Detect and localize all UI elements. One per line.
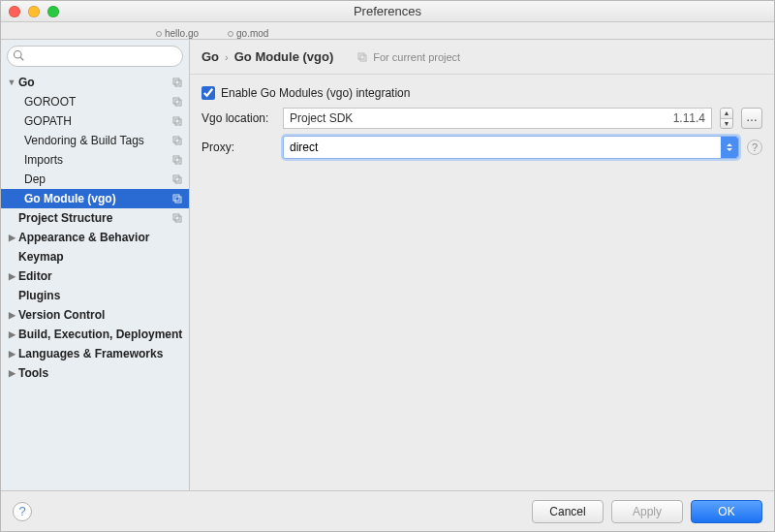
tree-node-label: Languages & Frameworks [18,347,183,360]
tree-node-imports[interactable]: Imports [1,150,189,170]
preferences-search-input[interactable] [7,46,183,67]
svg-rect-6 [173,117,179,123]
svg-point-0 [15,51,22,59]
svg-rect-9 [175,139,181,144]
chevron-up-icon: ▲ [721,109,732,119]
editor-tab-bar: hello.go go.mod [1,22,774,40]
proxy-combobox[interactable] [283,136,739,159]
tree-node-project-structure[interactable]: Project Structure [1,208,189,228]
ok-button[interactable]: OK [691,500,762,523]
tree-node-label: Project Structure [18,211,171,225]
tree-node-label: Keymap [18,250,183,264]
svg-rect-2 [173,78,179,84]
preferences-sidebar: ▼ Go GOROOT GOPATH Vendoring & Build Tag… [1,40,190,490]
tree-node-gopath[interactable]: GOPATH [1,111,189,131]
tree-node-vcs[interactable]: ▶Version Control [1,305,189,325]
tree-node-label: GOPATH [24,114,171,128]
caret-right-icon: ▶ [7,329,16,339]
svg-rect-15 [175,197,181,203]
current-project-icon [171,135,183,146]
tree-node-keymap[interactable]: Keymap [1,247,189,266]
breadcrumb-leaf: Go Module (vgo) [234,49,334,64]
tree-node-go[interactable]: ▼ Go [1,73,189,92]
current-project-icon [171,115,183,127]
tree-node-label: Vendoring & Build Tags [24,134,171,147]
breadcrumb-root[interactable]: Go [202,49,219,64]
proxy-input[interactable] [284,141,721,154]
current-project-icon [356,51,368,63]
svg-rect-19 [360,55,366,61]
scope-indicator: For current project [356,51,460,63]
tree-node-dep[interactable]: Dep [1,170,189,189]
current-project-icon [171,173,183,185]
tree-node-go-module-vgo[interactable]: Go Module (vgo) [1,189,189,208]
svg-rect-7 [175,119,181,125]
chevron-down-icon: ▼ [721,119,732,129]
tree-node-label: Go [18,76,171,89]
window-title: Preferences [1,4,774,18]
tree-node-plugins[interactable]: Plugins [1,286,189,305]
caret-right-icon: ▶ [7,271,16,281]
vgo-location-browse-button[interactable]: … [741,108,762,129]
svg-rect-14 [173,195,179,201]
caret-right-icon: ▶ [7,310,16,320]
tree-node-tools[interactable]: ▶Tools [1,363,189,383]
svg-rect-3 [175,80,181,86]
proxy-label: Proxy: [202,141,275,154]
vgo-location-value: Project SDK [290,111,353,125]
editor-tab[interactable]: go.mod [228,28,268,39]
vgo-location-stepper[interactable]: ▲▼ [720,108,733,129]
svg-line-1 [20,57,23,60]
tree-node-goroot[interactable]: GOROOT [1,92,189,111]
editor-tab-label: hello.go [165,28,199,39]
proxy-help-icon[interactable]: ? [747,140,762,155]
breadcrumb: Go › Go Module (vgo) For current project [190,40,774,75]
svg-rect-5 [175,100,181,106]
tree-node-label: GOROOT [24,95,171,109]
tree-node-label: Build, Execution, Deployment [18,328,183,341]
tree-node-label: Version Control [18,308,183,322]
help-button[interactable]: ? [13,502,32,521]
tree-node-appearance[interactable]: ▶Appearance & Behavior [1,228,189,247]
apply-button[interactable]: Apply [611,500,683,523]
chevron-down-icon [727,148,732,151]
vgo-location-field[interactable]: Project SDK 1.11.4 [283,108,712,129]
tree-node-languages[interactable]: ▶Languages & Frameworks [1,344,189,363]
chevron-up-icon [727,143,732,146]
tree-node-label: Imports [24,153,171,167]
tree-node-label: Tools [18,366,183,380]
enable-go-modules-checkbox[interactable] [202,86,215,100]
tree-node-editor[interactable]: ▶Editor [1,266,189,286]
svg-rect-10 [173,156,179,162]
go-file-icon [156,31,162,37]
current-project-icon [171,212,183,224]
cancel-button[interactable]: Cancel [532,500,604,523]
titlebar: Preferences [1,1,774,22]
tree-node-label: Plugins [18,289,183,302]
tree-node-label: Appearance & Behavior [18,231,183,244]
preferences-tree: ▼ Go GOROOT GOPATH Vendoring & Build Tag… [1,73,189,490]
caret-right-icon: ▶ [7,233,16,242]
current-project-icon [171,96,183,108]
dialog-footer: ? Cancel Apply OK [1,490,774,531]
svg-rect-18 [358,53,364,59]
current-project-icon [171,193,183,204]
vgo-location-version: 1.11.4 [673,111,705,125]
editor-tab[interactable]: hello.go [156,28,199,39]
go-file-icon [228,31,233,37]
svg-rect-11 [175,158,181,164]
caret-down-icon: ▼ [7,78,16,87]
scope-label: For current project [373,51,460,63]
tree-node-vendoring[interactable]: Vendoring & Build Tags [1,131,189,150]
editor-tab-label: go.mod [236,28,268,39]
tree-node-label: Go Module (vgo) [24,192,171,205]
tree-node-build[interactable]: ▶Build, Execution, Deployment [1,325,189,344]
svg-rect-12 [173,175,179,181]
tree-node-label: Editor [18,269,183,283]
enable-go-modules-label: Enable Go Modules (vgo) integration [221,86,410,100]
proxy-dropdown-button[interactable] [721,137,738,158]
svg-rect-8 [173,137,179,142]
svg-rect-17 [175,216,181,222]
current-project-icon [171,77,183,88]
svg-rect-4 [173,98,179,104]
